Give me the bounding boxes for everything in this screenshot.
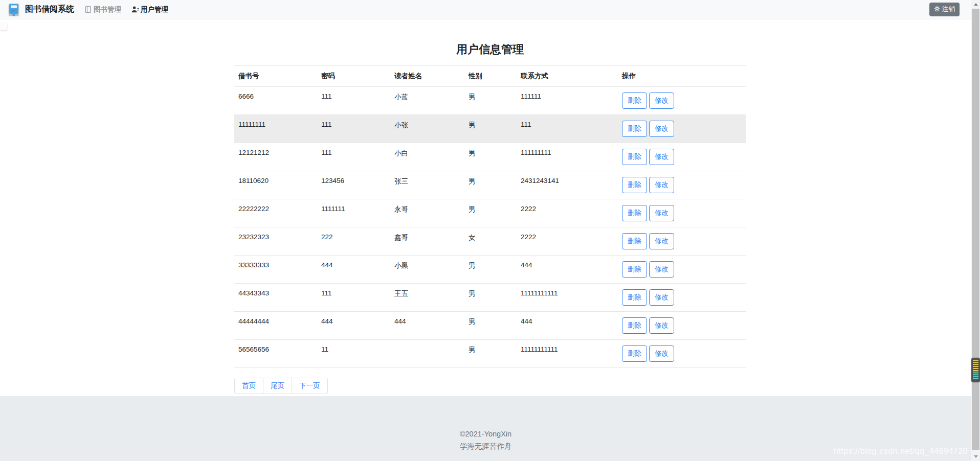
pagination-first-button[interactable]: 首页 — [234, 378, 263, 394]
nav-item-users-label: 用户管理 — [141, 5, 168, 14]
cell-id: 44343343 — [234, 284, 317, 312]
cell-gender: 男 — [464, 143, 517, 171]
cell-gender: 男 — [464, 312, 517, 340]
cell-id: 44444444 — [234, 312, 317, 340]
cell-contact: 111111111 — [517, 143, 618, 171]
pagination-next-button[interactable]: 下一页 — [292, 378, 328, 394]
cell-contact: 444 — [517, 312, 618, 340]
cell-password: 444 — [317, 256, 390, 284]
table-row: 5656565611男11111111111删除修改 — [234, 340, 746, 368]
scroll-down-arrow[interactable] — [971, 452, 980, 461]
cell-actions: 删除修改 — [618, 87, 746, 115]
column-header-contact: 联系方式 — [517, 66, 618, 87]
edit-button[interactable]: 修改 — [649, 289, 674, 306]
cell-actions: 删除修改 — [618, 143, 746, 171]
logout-label: 注销 — [942, 5, 955, 14]
brand-title: 图书借阅系统 — [25, 4, 74, 15]
delete-button[interactable]: 删除 — [622, 93, 647, 109]
cell-password: 111 — [317, 115, 390, 143]
table-row: 44343343111王五男11111111111删除修改 — [234, 284, 746, 312]
column-header-borrow-id: 借书号 — [234, 66, 317, 87]
delete-button[interactable]: 删除 — [622, 317, 647, 334]
cell-password: 1111111 — [317, 199, 390, 227]
edit-button[interactable]: 修改 — [649, 233, 674, 249]
navbar: 图书借阅系统 图书管理 用户管理 — [0, 0, 980, 19]
cell-password: 111 — [317, 284, 390, 312]
watermark-url: https://blog.csdn.net/qq_44694720 — [834, 447, 968, 456]
cell-gender: 男 — [464, 199, 517, 227]
delete-button[interactable]: 删除 — [622, 149, 647, 165]
edit-button[interactable]: 修改 — [649, 149, 674, 165]
table-row: 6666111小蓝男111111删除修改 — [234, 87, 746, 115]
cell-id: 23232323 — [234, 227, 317, 256]
delete-button[interactable]: 删除 — [622, 233, 647, 249]
nav-item-books[interactable]: 图书管理 — [84, 5, 121, 14]
cell-gender: 男 — [464, 115, 517, 143]
cell-name: 鑫哥 — [390, 227, 464, 256]
vertical-scrollbar[interactable] — [971, 0, 980, 461]
cell-actions: 删除修改 — [618, 312, 746, 340]
nav-item-books-label: 图书管理 — [94, 5, 121, 14]
table-row: 23232323222鑫哥女2222删除修改 — [234, 227, 746, 256]
delete-button[interactable]: 删除 — [622, 289, 647, 306]
cell-name: 小白 — [390, 143, 464, 171]
delete-button[interactable]: 删除 — [622, 121, 647, 137]
cell-actions: 删除修改 — [618, 256, 746, 284]
pagination-last-button[interactable]: 尾页 — [263, 378, 292, 394]
page-title: 用户信息管理 — [234, 42, 746, 57]
pagination: 首页 尾页 下一页 — [234, 378, 328, 394]
cell-id: 33333333 — [234, 256, 317, 284]
cell-name: 张三 — [390, 171, 464, 199]
cell-contact: 2222 — [517, 199, 618, 227]
edit-button[interactable]: 修改 — [649, 177, 674, 193]
edit-button[interactable]: 修改 — [649, 261, 674, 278]
cell-name: 永哥 — [390, 199, 464, 227]
cell-password: 111 — [317, 87, 390, 115]
table-row: 222222221111111永哥男2222删除修改 — [234, 199, 746, 227]
cell-contact: 2431243141 — [517, 171, 618, 199]
cell-gender: 男 — [464, 340, 517, 368]
footer-motto: 学海无涯苦作舟 — [0, 440, 971, 452]
cell-password: 123456 — [317, 171, 390, 199]
user-icon — [131, 6, 139, 13]
cell-id: 12121212 — [234, 143, 317, 171]
edit-button[interactable]: 修改 — [649, 205, 674, 221]
cell-contact: 2222 — [517, 227, 618, 256]
scrollbar-thumb[interactable] — [972, 9, 979, 450]
cell-contact: 11111111111 — [517, 284, 618, 312]
edit-button[interactable]: 修改 — [649, 345, 674, 362]
user-table-body: 6666111小蓝男111111删除修改11111111111小张男111删除修… — [234, 87, 746, 368]
cell-name: 小黑 — [390, 256, 464, 284]
cell-id: 18110620 — [234, 171, 317, 199]
edit-button[interactable]: 修改 — [649, 121, 674, 137]
table-row: 11111111111小张男111删除修改 — [234, 115, 746, 143]
delete-button[interactable]: 删除 — [622, 345, 647, 362]
cell-actions: 删除修改 — [618, 227, 746, 256]
cell-gender: 女 — [464, 227, 517, 256]
cell-name: 王五 — [390, 284, 464, 312]
delete-button[interactable]: 删除 — [622, 261, 647, 278]
cell-password: 222 — [317, 227, 390, 256]
cell-password: 111 — [317, 143, 390, 171]
cell-password: 444 — [317, 312, 390, 340]
cell-gender: 男 — [464, 87, 517, 115]
edit-button[interactable]: 修改 — [649, 93, 674, 109]
cell-id: 6666 — [234, 87, 317, 115]
footer-copyright: ©2021-YongXin — [0, 428, 971, 440]
cell-id: 56565656 — [234, 340, 317, 368]
table-row: 18110620123456张三男2431243141删除修改 — [234, 171, 746, 199]
scroll-up-arrow[interactable] — [971, 0, 980, 9]
brand[interactable]: 图书借阅系统 — [7, 3, 74, 16]
book-logo-icon — [7, 3, 20, 16]
delete-button[interactable]: 删除 — [622, 205, 647, 221]
delete-button[interactable]: 删除 — [622, 177, 647, 193]
cell-gender: 男 — [464, 284, 517, 312]
cell-name: 444 — [390, 312, 464, 340]
cell-actions: 删除修改 — [618, 171, 746, 199]
edit-button[interactable]: 修改 — [649, 317, 674, 334]
nav-item-users[interactable]: 用户管理 — [131, 5, 168, 14]
user-table: 借书号 密码 读者姓名 性别 联系方式 操作 6666111小蓝男111111删… — [234, 65, 746, 368]
cell-name: 小张 — [390, 115, 464, 143]
cell-id: 22222222 — [234, 199, 317, 227]
logout-button[interactable]: 注销 — [929, 3, 960, 16]
